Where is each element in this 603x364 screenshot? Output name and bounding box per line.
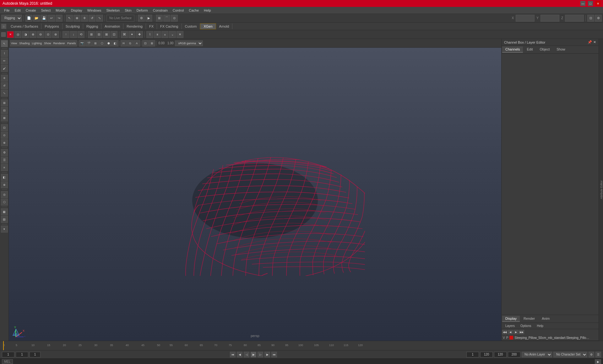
keyframe-input[interactable] <box>30 352 41 357</box>
menu-cache[interactable]: Cache <box>187 8 201 13</box>
y-value[interactable] <box>541 15 559 22</box>
tab-custom[interactable]: Custom <box>182 24 200 29</box>
select-tool-button[interactable]: ↖ <box>66 15 73 22</box>
sub-tab-help[interactable]: Help <box>534 324 546 328</box>
go-to-start-btn[interactable]: ⏮ <box>230 352 236 357</box>
current-frame-right[interactable] <box>466 352 479 357</box>
tab-arnold[interactable]: Arnold <box>216 24 233 29</box>
magnet-tool[interactable]: ⊕ <box>1 139 8 146</box>
mel-label[interactable]: MEL <box>2 359 13 364</box>
show-all-btn[interactable]: ⊞ <box>149 40 155 46</box>
settings-button[interactable]: ⚙ <box>595 15 602 22</box>
tab-rigging[interactable]: Rigging <box>83 24 101 29</box>
brush-tool[interactable]: 🖌 <box>1 65 8 72</box>
expand-btn[interactable]: ▾ <box>1 226 8 233</box>
menu-modify[interactable]: Modify <box>53 8 68 13</box>
playhead[interactable] <box>3 341 4 350</box>
cb-close-icon[interactable]: ✕ <box>593 40 596 44</box>
xgen-icon21[interactable]: ⌄ <box>169 31 176 38</box>
menu-deform[interactable]: Deform <box>134 8 150 13</box>
vt-show[interactable]: Show <box>43 40 52 46</box>
mel-input[interactable] <box>15 360 592 363</box>
cb-pin-icon[interactable]: 📌 <box>588 40 592 44</box>
play-fwd-btn[interactable]: ▶ <box>251 352 256 357</box>
next-frame-btn[interactable]: ▷ <box>258 352 263 357</box>
xgen-icon19[interactable]: ⌆ <box>154 31 161 38</box>
anim-layer-dropdown[interactable]: No Anim Layer <box>522 352 552 357</box>
current-frame-input[interactable] <box>16 352 28 357</box>
aa-btn[interactable]: A <box>134 40 140 46</box>
snap-point-button[interactable]: ⊙ <box>171 15 178 22</box>
xgen-icon3[interactable]: ◑ <box>22 31 29 38</box>
layer-last-btn[interactable]: ▶▶ <box>519 330 524 334</box>
menu-help[interactable]: Help <box>202 8 213 13</box>
tab-rendering[interactable]: Rendering <box>123 24 146 29</box>
menu-windows[interactable]: Windows <box>85 8 104 13</box>
new-scene-button[interactable]: 📄 <box>25 15 32 22</box>
xgen-icon1[interactable]: ✕ <box>7 31 14 38</box>
xgen-icon20[interactable]: ⌅ <box>161 31 168 38</box>
xgen-icon16[interactable]: ✦ <box>128 31 135 38</box>
scale-tool[interactable]: ⤡ <box>1 90 8 97</box>
undo-button[interactable]: ↩ <box>48 15 55 22</box>
menu-edit[interactable]: Edit <box>13 8 23 13</box>
xgen-icon2[interactable]: ◎ <box>14 31 21 38</box>
end-frame-input[interactable] <box>494 352 507 357</box>
max-frame-input[interactable] <box>508 352 520 357</box>
wireframe-tool[interactable]: ⬡ <box>1 199 8 206</box>
misc-tool1[interactable]: ▦ <box>1 208 8 215</box>
xgen-icon14[interactable]: ⊡ <box>111 31 117 38</box>
snap-grid-button[interactable]: ⊞ <box>156 15 163 22</box>
minimize-button[interactable]: — <box>580 1 585 6</box>
home-icon[interactable]: ⌂ <box>1 24 6 29</box>
wireframe-btn[interactable]: ⬡ <box>99 40 105 46</box>
menu-control[interactable]: Control <box>171 8 186 13</box>
go-to-end-btn[interactable]: ⏭ <box>271 352 277 357</box>
timeline[interactable]: 0 5 10 15 20 25 30 35 40 45 50 55 60 65 … <box>0 341 603 350</box>
layer-item[interactable]: V P Sleeping_Pillow_50cm_mb_standart:Sle… <box>502 335 599 341</box>
attribute-editor[interactable]: ☰ <box>1 157 8 163</box>
layer-next-btn[interactable]: ▶ <box>513 330 519 334</box>
xgen-icon12[interactable]: ⊟ <box>95 31 102 38</box>
icon-strip-toggle[interactable] <box>1 32 6 37</box>
hide-tool[interactable]: ⊟ <box>1 107 8 114</box>
tab-polygons[interactable]: Polygons <box>41 24 62 29</box>
prev-key-btn[interactable]: ◀ <box>237 352 242 357</box>
tab-fx-caching[interactable]: FX Caching <box>157 24 182 29</box>
layer-playback[interactable]: P <box>506 336 508 340</box>
vt-lighting[interactable]: Lighting <box>31 40 43 46</box>
tab-sculpting[interactable]: Sculpting <box>62 24 83 29</box>
snap-curve-button[interactable]: ⌒ <box>163 15 170 22</box>
sub-tab-options[interactable]: Options <box>518 324 534 328</box>
show-all-tool[interactable]: ⊞ <box>1 99 8 106</box>
isolate-sel-btn[interactable]: ⊡ <box>142 40 149 46</box>
z-value[interactable] <box>565 15 584 22</box>
menu-skeleton[interactable]: Skeleton <box>104 8 122 13</box>
close-button[interactable]: ✕ <box>595 1 600 6</box>
next-key-btn[interactable]: ▶ <box>264 352 270 357</box>
layout-button[interactable]: ⊡ <box>587 15 594 22</box>
namespace[interactable]: ⊕ <box>1 181 8 188</box>
pref-icon2[interactable]: ☰ <box>595 352 601 357</box>
layer-visibility[interactable]: V <box>503 336 505 340</box>
layer-editor[interactable]: ◧ <box>1 174 8 181</box>
xgen-icon7[interactable]: ⊛ <box>52 31 59 38</box>
menu-file[interactable]: File <box>2 8 12 13</box>
tab-anim[interactable]: Anim <box>539 316 553 322</box>
range-start-input[interactable] <box>2 352 14 357</box>
isolate-tool[interactable]: ⊠ <box>1 115 8 121</box>
vt-panels[interactable]: Panels <box>66 40 77 46</box>
mel-run-btn[interactable]: ▶ <box>595 359 601 364</box>
menu-select[interactable]: Select <box>39 8 53 13</box>
sub-tab-layers[interactable]: Layers <box>503 324 517 328</box>
snap-tool[interactable]: ⊙ <box>1 132 8 139</box>
grid-toggle-btn[interactable]: G <box>127 40 133 46</box>
workspace-dropdown[interactable]: Rigging <box>1 15 22 22</box>
character-set-dropdown[interactable]: No Character Set <box>553 352 587 357</box>
3d-viewport[interactable]: X Y Z persp <box>9 48 501 341</box>
xgen-icon13[interactable]: ⊠ <box>103 31 110 38</box>
layer-prev-btn[interactable]: ◀ <box>508 330 513 334</box>
select-tool[interactable]: ↖ <box>1 40 8 47</box>
render-button[interactable]: ▶ <box>145 15 152 22</box>
paint-tool[interactable]: ⌇ <box>1 50 8 57</box>
